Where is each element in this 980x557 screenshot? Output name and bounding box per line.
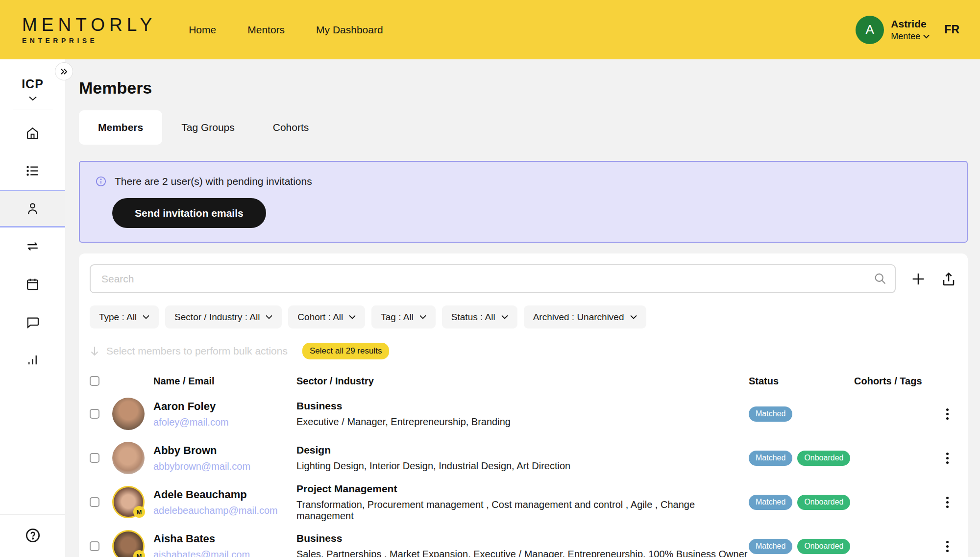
org-name[interactable]: ICP [22, 77, 44, 91]
member-industry-details: Transformation, Procurement management ,… [296, 499, 749, 522]
down-arrow-icon [90, 346, 99, 356]
chevron-down-icon [419, 315, 426, 319]
member-email-link[interactable]: abbybrown@mail.com [153, 461, 250, 472]
row-checkbox[interactable] [90, 453, 99, 463]
sidebar-bottom [0, 514, 65, 557]
filter-archived[interactable]: Archived : Unarchived [524, 305, 646, 329]
members-table: Name / Email Sector / Industry Status Co… [90, 370, 957, 557]
member-avatar: M [112, 530, 145, 557]
bulk-actions-hint: Select members to perform bulk actions [90, 345, 288, 357]
members-card: Type : All Sector / Industry : All Cohor… [79, 253, 968, 557]
sidebar-item-reports[interactable] [0, 341, 65, 379]
member-email-link[interactable]: adelebeauchamp@mail.com [153, 505, 278, 516]
filter-sector-industry[interactable]: Sector / Industry : All [165, 305, 282, 329]
logo-subtitle: ENTERPRISE [22, 37, 156, 44]
member-industry-details: Executive / Manager, Entrepreneurship, B… [296, 416, 749, 428]
row-actions-menu[interactable] [937, 451, 957, 466]
row-checkbox[interactable] [90, 541, 99, 551]
matching-arrows-icon [25, 239, 40, 253]
select-all-checkbox[interactable] [90, 376, 99, 386]
filter-cohort[interactable]: Cohort : All [288, 305, 365, 329]
table-header-row: Name / Email Sector / Industry Status Co… [90, 370, 957, 392]
tab-members[interactable]: Members [79, 110, 162, 145]
member-email-link[interactable]: afoley@mail.com [153, 417, 229, 428]
top-navigation: Home Mentors My Dashboard [189, 24, 383, 36]
search-icon[interactable] [873, 272, 887, 285]
filter-archived-label: Archived : Unarchived [533, 312, 624, 323]
main-content: Members Members Tag Groups Cohorts There… [65, 59, 980, 557]
status-badge-onboarded: Onboarded [797, 539, 850, 554]
status-badge-matched: Matched [749, 539, 792, 554]
sidebar: ICP [0, 59, 65, 557]
tab-tag-groups[interactable]: Tag Groups [162, 110, 254, 145]
chevron-down-icon [501, 315, 508, 319]
header-sector-industry: Sector / Industry [296, 376, 749, 387]
filter-bar: Type : All Sector / Industry : All Cohor… [90, 305, 957, 329]
chevron-down-icon [266, 315, 272, 319]
filter-tag[interactable]: Tag : All [371, 305, 436, 329]
member-name: Aaron Foley [153, 400, 296, 413]
chevron-down-icon [630, 315, 637, 319]
status-badge-matched: Matched [749, 406, 792, 422]
member-sector: Business [296, 400, 749, 412]
member-name: Aisha Bates [153, 532, 296, 545]
member-industry-details: Lighting Design, Interior Design, Indust… [296, 460, 749, 472]
double-chevron-right-icon [60, 68, 68, 75]
help-circle-icon [25, 528, 41, 543]
member-avatar: M [112, 486, 145, 518]
row-actions-menu[interactable] [937, 495, 957, 510]
bulk-hint-text: Select members to perform bulk actions [106, 345, 288, 357]
nav-home[interactable]: Home [189, 24, 216, 36]
member-industry-details: Sales, Partnerships , Market Expansion, … [296, 549, 749, 557]
send-invitation-emails-button[interactable]: Send invitation emails [112, 198, 266, 228]
filter-tag-label: Tag : All [381, 312, 414, 323]
member-name: Abby Brown [153, 444, 296, 457]
status-badge-matched: Matched [749, 495, 792, 510]
member-email-link[interactable]: aishabates@mail.com [153, 549, 250, 557]
nav-mentors[interactable]: Mentors [247, 24, 285, 36]
add-member-button[interactable] [910, 271, 927, 287]
sidebar-item-members[interactable] [0, 190, 65, 228]
sidebar-nav [0, 114, 65, 379]
row-checkbox[interactable] [90, 409, 99, 419]
sidebar-divider [13, 109, 53, 109]
header-status: Status [749, 376, 854, 387]
sidebar-item-home[interactable] [0, 114, 65, 152]
info-icon [96, 176, 106, 187]
export-button[interactable] [940, 271, 957, 287]
filter-status[interactable]: Status : All [442, 305, 517, 329]
chevron-down-icon [29, 96, 37, 101]
select-all-results-button[interactable]: Select all 29 results [302, 343, 389, 359]
mentorly-m-badge: M [133, 550, 145, 557]
page-title: Members [79, 78, 968, 98]
language-switcher[interactable]: FR [944, 23, 959, 36]
chevron-down-icon [349, 315, 356, 319]
row-checkbox[interactable] [90, 497, 99, 507]
row-actions-menu[interactable] [937, 406, 957, 422]
table-body: Aaron Foley afoley@mail.com Business Exe… [90, 392, 957, 557]
row-actions-menu[interactable] [937, 539, 957, 554]
member-avatar [112, 398, 145, 430]
filter-type-label: Type : All [99, 312, 137, 323]
user-avatar[interactable]: A [856, 16, 884, 44]
mentorly-logo[interactable]: MENTORLY ENTERPRISE [22, 16, 156, 44]
sidebar-item-sessions[interactable] [0, 265, 65, 303]
filter-sector-label: Sector / Industry : All [174, 312, 260, 323]
member-sector: Project Management [296, 483, 749, 495]
tab-cohorts[interactable]: Cohorts [254, 110, 328, 145]
org-dropdown[interactable] [29, 96, 37, 101]
sidebar-item-list[interactable] [0, 152, 65, 190]
filter-cohort-label: Cohort : All [297, 312, 343, 323]
sidebar-collapse-button[interactable] [55, 62, 73, 80]
search-input[interactable] [90, 264, 896, 293]
home-icon [25, 126, 40, 140]
filter-type[interactable]: Type : All [90, 305, 159, 329]
pending-invitations-banner: There are 2 user(s) with pending invitat… [79, 161, 968, 243]
sidebar-item-matching[interactable] [0, 228, 65, 265]
help-button[interactable] [25, 528, 41, 543]
calendar-icon [25, 277, 40, 291]
bulk-actions-row: Select members to perform bulk actions S… [90, 343, 957, 359]
sidebar-item-messages[interactable] [0, 303, 65, 341]
role-dropdown[interactable]: Mentee [891, 31, 930, 42]
nav-my-dashboard[interactable]: My Dashboard [316, 24, 383, 36]
